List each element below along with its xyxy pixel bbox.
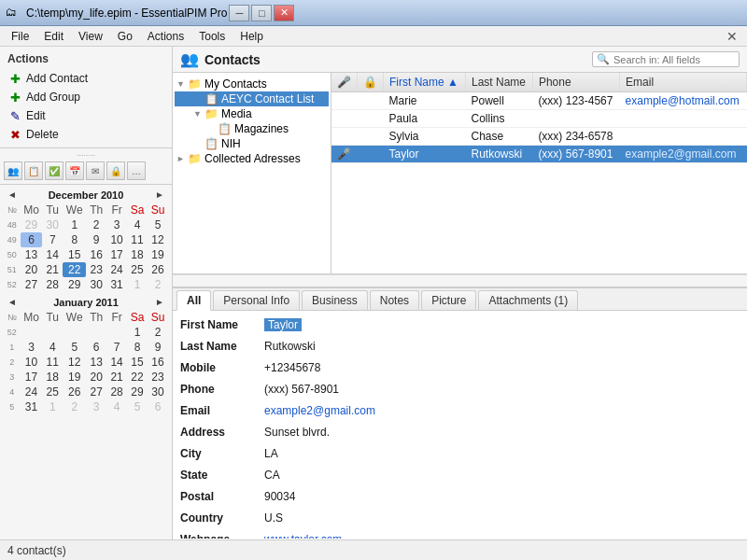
cal-day[interactable]: 10 xyxy=(106,232,127,247)
cal-day[interactable]: 27 xyxy=(21,277,43,292)
tree-collected[interactable]: ► 📁 Collected Adresses xyxy=(175,151,329,166)
table-row[interactable]: Marie Powell (xxx) 123-4567 example@hotm… xyxy=(331,92,747,110)
cal-day[interactable]: 11 xyxy=(127,232,148,247)
cal-day[interactable]: 5 xyxy=(127,399,148,414)
value-email[interactable]: example2@gmail.com xyxy=(264,404,375,417)
cal-day[interactable]: 28 xyxy=(106,385,127,399)
cal-day[interactable]: 7 xyxy=(106,340,127,355)
menu-file[interactable]: File xyxy=(4,28,36,45)
cal-day[interactable]: 3 xyxy=(106,217,127,232)
table-row[interactable]: 🎤 Taylor Rutkowski (xxx) 567-8901 exampl… xyxy=(331,146,747,163)
cal-day[interactable]: 2 xyxy=(63,399,86,414)
cal-day[interactable]: 30 xyxy=(42,217,63,232)
tool-email[interactable]: ✉ xyxy=(86,161,105,180)
cal-day[interactable]: 30 xyxy=(148,385,168,399)
tree-media[interactable]: ▼ 📁 Media xyxy=(175,106,329,121)
tool-calendar[interactable]: 📅 xyxy=(65,161,84,180)
cal-day[interactable] xyxy=(86,325,106,340)
cal-day[interactable]: 20 xyxy=(86,370,106,385)
tree-aeyc[interactable]: 📋 AEYC Contact List xyxy=(175,91,329,106)
search-box[interactable]: 🔍 xyxy=(592,51,740,67)
cal-day[interactable] xyxy=(63,325,86,340)
cal-day[interactable]: 22 xyxy=(63,262,86,277)
col-header-firstname[interactable]: First Name ▲ xyxy=(384,73,466,92)
cal-day[interactable]: 23 xyxy=(148,370,168,385)
cal-day[interactable]: 18 xyxy=(42,370,63,385)
cal-day[interactable]: 8 xyxy=(127,340,148,355)
email-link[interactable]: example@hotmail.com xyxy=(626,94,740,107)
menu-close[interactable]: ✕ xyxy=(721,29,743,44)
cal-day[interactable] xyxy=(106,325,127,340)
table-row[interactable]: Sylvia Chase (xxx) 234-6578 xyxy=(331,128,747,146)
tree-my-contacts[interactable]: ▼ 📁 My Contacts xyxy=(175,77,329,91)
cal-day[interactable]: 22 xyxy=(127,370,148,385)
cal-day[interactable]: 5 xyxy=(148,217,168,232)
cal-day[interactable]: 1 xyxy=(42,399,63,414)
tree-magazines[interactable]: 📋 Magazines xyxy=(175,121,329,136)
cal-day[interactable]: 26 xyxy=(63,385,86,399)
cal-next-jan[interactable]: ► xyxy=(151,296,168,308)
cal-day[interactable]: 16 xyxy=(148,355,168,370)
cal-prev-jan[interactable]: ◄ xyxy=(4,296,21,308)
cal-day[interactable]: 29 xyxy=(127,385,148,399)
cal-day[interactable]: 14 xyxy=(106,355,127,370)
cal-day[interactable]: 10 xyxy=(21,355,43,370)
menu-tools[interactable]: Tools xyxy=(191,28,233,45)
cal-day[interactable]: 28 xyxy=(42,277,63,292)
cal-day[interactable]: 17 xyxy=(106,247,127,262)
cal-day[interactable]: 15 xyxy=(63,247,86,262)
cal-day[interactable]: 6 xyxy=(86,340,106,355)
cal-day[interactable]: 24 xyxy=(106,262,127,277)
cal-day[interactable]: 17 xyxy=(21,370,43,385)
tool-contacts[interactable]: 👥 xyxy=(4,161,22,180)
cal-day[interactable]: 30 xyxy=(86,277,106,292)
cal-day[interactable]: 1 xyxy=(127,277,148,292)
cal-day[interactable]: 12 xyxy=(63,355,86,370)
cal-day[interactable]: 19 xyxy=(63,370,86,385)
cal-day[interactable]: 4 xyxy=(42,340,63,355)
cal-day[interactable]: 26 xyxy=(148,262,168,277)
cal-day[interactable]: 2 xyxy=(148,277,168,292)
cal-day[interactable]: 5 xyxy=(63,340,86,355)
tab-notes[interactable]: Notes xyxy=(370,290,419,310)
cal-prev-dec[interactable]: ◄ xyxy=(4,189,21,201)
cal-day[interactable] xyxy=(42,325,63,340)
value-webpage[interactable]: www.taylor.com xyxy=(264,533,342,539)
cal-day[interactable]: 16 xyxy=(86,247,106,262)
cal-day[interactable]: 25 xyxy=(42,385,63,399)
hscroll-area[interactable] xyxy=(173,274,747,287)
cal-day[interactable]: 3 xyxy=(21,340,43,355)
edit-button[interactable]: ✎ Edit xyxy=(4,106,168,125)
cal-day[interactable]: 18 xyxy=(127,247,148,262)
cal-day[interactable]: 1 xyxy=(127,325,148,340)
tab-all[interactable]: All xyxy=(176,290,211,311)
tree-nih[interactable]: 📋 NIH xyxy=(175,136,329,151)
menu-view[interactable]: View xyxy=(71,28,110,45)
col-header-phone[interactable]: Phone xyxy=(532,73,619,92)
search-input[interactable] xyxy=(613,54,735,65)
menu-edit[interactable]: Edit xyxy=(36,28,71,45)
email-link[interactable]: example2@gmail.com xyxy=(626,147,737,161)
col-header-mic[interactable]: 🎤 xyxy=(331,73,358,92)
cal-day[interactable]: 31 xyxy=(106,277,127,292)
cal-day[interactable]: 9 xyxy=(148,340,168,355)
tool-more[interactable]: … xyxy=(127,161,146,180)
delete-button[interactable]: ✖ Delete xyxy=(4,125,168,144)
titlebar-maximize[interactable]: □ xyxy=(251,5,272,21)
col-header-lock[interactable]: 🔒 xyxy=(358,73,384,92)
tab-attachments[interactable]: Attachments (1) xyxy=(478,290,578,310)
cal-day[interactable]: 31 xyxy=(21,399,43,414)
cal-day[interactable]: 2 xyxy=(148,325,168,340)
cal-day[interactable]: 29 xyxy=(21,217,43,232)
cal-day[interactable]: 19 xyxy=(148,247,168,262)
tool-notes[interactable]: 📋 xyxy=(24,161,43,180)
add-group-button[interactable]: ✚ Add Group xyxy=(4,88,168,106)
cal-day[interactable]: 8 xyxy=(63,232,86,247)
col-header-lastname[interactable]: Last Name xyxy=(465,73,532,92)
titlebar-minimize[interactable]: ─ xyxy=(229,5,249,21)
titlebar-close[interactable]: ✕ xyxy=(274,5,294,21)
cal-day[interactable]: 27 xyxy=(86,385,106,399)
cal-day[interactable]: 3 xyxy=(86,399,106,414)
cal-day[interactable]: 6 xyxy=(148,399,168,414)
menu-help[interactable]: Help xyxy=(233,28,271,45)
